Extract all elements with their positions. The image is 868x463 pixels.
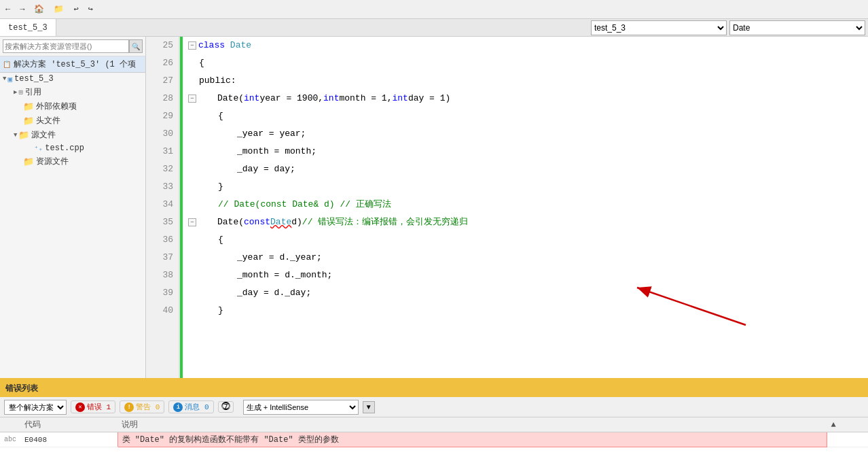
code-line-39: _day = d._day; <box>188 284 868 302</box>
build-select[interactable]: 生成 + IntelliSense <box>243 400 359 415</box>
back-btn[interactable]: ← <box>3 3 13 16</box>
forward-btn[interactable]: → <box>17 3 27 16</box>
solution-label: 解决方案 'test_5_3' (1 个项 <box>14 58 136 70</box>
file-selector-right[interactable]: Date <box>729 20 865 35</box>
error-panel-title[interactable]: 错误列表 <box>5 383 38 394</box>
search-btn[interactable]: 🔍 <box>129 39 143 53</box>
green-bar <box>180 37 183 378</box>
error-badge[interactable]: ✕ 错误 1 <box>71 400 115 413</box>
toolbar: ← → 🏠 📁 ↩ ↪ <box>0 0 868 19</box>
search-input[interactable] <box>3 39 129 53</box>
sidebar: 🔍 📋 解决方案 'test_5_3' (1 个项 ▼ ▣ test_5_3 ▶… <box>0 37 146 378</box>
file-selector-left[interactable]: test_5_3 <box>591 20 727 35</box>
external-deps-icon: 📁 <box>23 101 34 112</box>
line-numbers: 25 26 27 28 29 30 31 32 33 34 35 36 37 3… <box>146 37 180 378</box>
tab-bar: test_5_3 test_5_3 Date <box>0 19 868 37</box>
resource-files-icon: 📁 <box>23 156 34 167</box>
code-line-34: // Date(const Date& d) // 正确写法 <box>188 196 868 213</box>
file-tab[interactable]: test_5_3 <box>0 19 56 36</box>
resource-files-label: 资源文件 <box>36 156 69 167</box>
info-count: 消息 0 <box>185 402 209 412</box>
sidebar-item-test-cpp[interactable]: ⁺₊ test.cpp <box>0 142 145 154</box>
project-label: test_5_3 <box>14 74 54 84</box>
cpp-file-icon: ⁺₊ <box>34 144 43 153</box>
col-code: 代码 <box>20 417 117 432</box>
sidebar-item-reference[interactable]: ▶ ⊞ 引用 <box>0 85 145 99</box>
error-tab-bar: 错误列表 <box>0 379 868 397</box>
editor: 25 26 27 28 29 30 31 32 33 34 35 36 37 3… <box>146 37 868 378</box>
col-icon <box>0 417 20 432</box>
error-icon: ✕ <box>75 402 85 412</box>
project-icon: ▣ <box>7 75 12 84</box>
table-row[interactable]: abc E0408 类 "Date" 的复制构造函数不能带有 "Date" 类型… <box>0 432 868 447</box>
sidebar-item-project[interactable]: ▼ ▣ test_5_3 <box>0 73 145 85</box>
home-btn[interactable]: 🏠 <box>31 3 47 16</box>
row-type-icon: abc <box>0 432 20 447</box>
col-sort[interactable]: ▲ <box>827 417 868 432</box>
cpp-file-label: test.cpp <box>45 143 84 153</box>
build-dropdown-btn[interactable]: ▼ <box>363 401 375 413</box>
ref-icon: ⊞ <box>18 88 23 97</box>
fold-25[interactable]: − <box>188 41 196 50</box>
warning-icon: ! <box>124 402 134 412</box>
code-line-27: public: <box>188 72 868 90</box>
header-files-label: 头文件 <box>36 115 60 126</box>
source-files-icon: 📁 <box>18 130 29 141</box>
code-content[interactable]: − class Date { <box>180 37 868 378</box>
code-line-31: _month = month; <box>188 143 868 160</box>
solution-icon: 📋 <box>3 61 11 69</box>
warning-count: 警告 0 <box>136 402 160 412</box>
warning-badge[interactable]: ! 警告 0 <box>120 400 164 413</box>
source-files-label: 源文件 <box>31 129 56 141</box>
redo-btn[interactable]: ↪ <box>86 3 96 16</box>
code-line-38: _month = d._month; <box>188 267 868 284</box>
error-filter-bar: 整个解决方案 ✕ 错误 1 ! 警告 0 i 消息 0 ⓻ 生成 + Intel… <box>0 397 868 417</box>
folder-btn[interactable]: 📁 <box>51 3 67 16</box>
other-icon: ⓻ <box>221 402 230 412</box>
other-badge[interactable]: ⓻ <box>218 401 234 413</box>
code-line-25: − class Date <box>188 37 868 54</box>
code-line-40: } <box>188 302 868 320</box>
sidebar-item-resource-files[interactable]: 📁 资源文件 <box>0 154 145 169</box>
undo-btn[interactable]: ↩ <box>71 3 81 16</box>
expand-arrow-project: ▼ <box>3 75 6 82</box>
code-line-29: { <box>188 107 868 125</box>
solution-header: 📋 解决方案 'test_5_3' (1 个项 <box>0 56 145 73</box>
error-panel: 错误列表 整个解决方案 ✕ 错误 1 ! 警告 0 i 消息 0 ⓻ 生成 + … <box>0 378 868 463</box>
code-line-26: { <box>188 54 868 72</box>
external-deps-label: 外部依赖项 <box>36 101 77 112</box>
tab-label: test_5_3 <box>8 23 48 33</box>
code-line-37: _year = d._year; <box>188 249 868 267</box>
code-area[interactable]: 25 26 27 28 29 30 31 32 33 34 35 36 37 3… <box>146 37 868 378</box>
sidebar-search-bar: 🔍 <box>0 37 145 56</box>
code-line-33: } <box>188 178 868 196</box>
expand-arrow-ref: ▶ <box>14 88 17 96</box>
row-description: 类 "Date" 的复制构造函数不能带有 "Date" 类型的参数 <box>117 432 827 447</box>
ref-label: 引用 <box>25 86 41 98</box>
error-count: 错误 1 <box>87 402 111 412</box>
sidebar-item-external-deps[interactable]: 📁 外部依赖项 <box>0 99 145 114</box>
col-desc: 说明 <box>117 417 827 432</box>
sidebar-item-source-files[interactable]: ▼ 📁 源文件 <box>0 128 145 142</box>
error-table-header: 代码 说明 ▲ <box>0 417 868 432</box>
code-line-36: { <box>188 231 868 249</box>
header-files-icon: 📁 <box>23 116 34 126</box>
fold-28[interactable]: − <box>188 95 196 103</box>
info-badge[interactable]: i 消息 0 <box>168 400 213 413</box>
row-code: E0408 <box>20 432 117 447</box>
expand-arrow-src: ▼ <box>14 132 17 139</box>
filter-select[interactable]: 整个解决方案 <box>4 400 67 415</box>
fold-35[interactable]: − <box>188 218 196 226</box>
error-table: 代码 说明 ▲ abc E0408 类 "Date" 的复制构造函数不能带有 "… <box>0 417 868 463</box>
code-line-32: _day = day; <box>188 160 868 178</box>
editor-wrapper: 25 26 27 28 29 30 31 32 33 34 35 36 37 3… <box>146 37 868 378</box>
sidebar-item-header-files[interactable]: 📁 头文件 <box>0 114 145 128</box>
info-icon: i <box>173 402 183 412</box>
code-line-35: − Date(const Date d) // 错误写法：编译报错，会引发无穷递… <box>188 213 868 231</box>
code-line-30: _year = year; <box>188 125 868 143</box>
code-line-28: − Date(int year = 1900, int month = 1, i… <box>188 90 868 107</box>
row-extra <box>827 432 868 447</box>
